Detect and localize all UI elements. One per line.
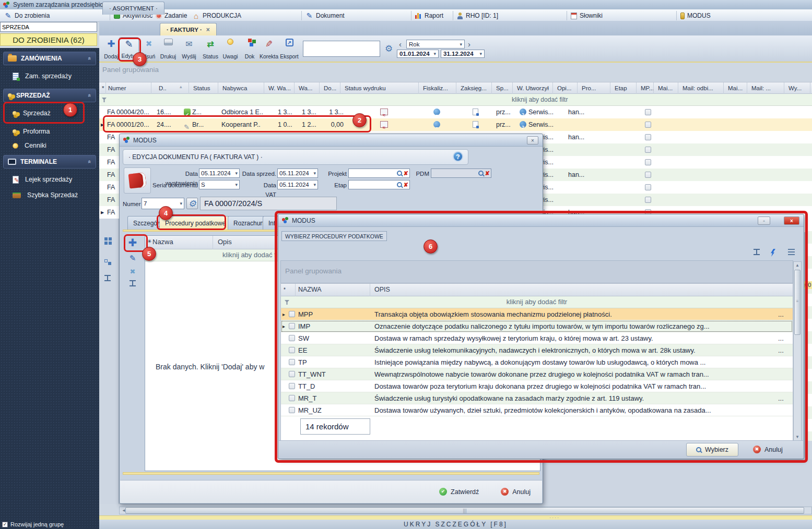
tab-asortyment[interactable]: · ASORTYMENT · xyxy=(102,2,164,15)
refresh-icon[interactable] xyxy=(770,249,775,257)
column-header[interactable]: Mail: odbi... xyxy=(681,82,724,94)
data-wystawienia-picker[interactable]: 05.11.2024▾ xyxy=(199,169,240,178)
mpp-checkbox[interactable] xyxy=(645,147,651,153)
data-vat-picker[interactable]: 05.11.2024▾ xyxy=(277,180,318,189)
procedure-checkbox[interactable] xyxy=(289,323,295,329)
sidebar-item-lejek-sprzedazy[interactable]: Lejek sprzedaży xyxy=(7,172,95,187)
number-settings-button[interactable] xyxy=(186,198,198,209)
sidebar-item-cenniki[interactable]: Cenniki xyxy=(7,138,95,153)
add-icon[interactable] xyxy=(128,236,137,249)
toolbar-button[interactable]: Dok xyxy=(240,37,260,61)
menu-item[interactable]: PRODUKCJA xyxy=(190,9,243,22)
column-header[interactable]: Pro... xyxy=(581,82,610,94)
column-header[interactable]: D.. xyxy=(158,82,189,94)
column-header[interactable]: OPIS xyxy=(374,286,390,293)
hide-details-button[interactable]: UKRYJ SZCZEGÓŁY [F8] xyxy=(404,521,508,528)
procedure-row[interactable]: EE Świadczenie usług telekomunikacyjnych… xyxy=(281,344,793,356)
column-header[interactable]: Do... xyxy=(323,82,340,94)
mpp-checkbox[interactable] xyxy=(645,122,651,128)
cancel-button[interactable]: Anuluj xyxy=(501,488,531,496)
procedure-row[interactable]: TT_WNT Wewnątrzwspólnotowe nabycie towar… xyxy=(281,368,793,380)
column-header[interactable]: Nazwa xyxy=(152,238,173,246)
toolbar-button[interactable]: Wyślij xyxy=(179,37,199,61)
expand-one-group-option[interactable]: ✓ Rozwijaj jedną grupę xyxy=(2,521,64,527)
column-header[interactable]: * xyxy=(101,82,106,94)
procedure-row[interactable]: MR_UZ Dostawa towarów używanych, dzieł s… xyxy=(281,404,793,416)
toolbar-button[interactable]: Drukuj xyxy=(158,37,178,61)
collapse-chevron-icon[interactable] xyxy=(87,57,93,60)
sidebar-search-input[interactable] xyxy=(0,22,97,32)
clear-icon[interactable] xyxy=(404,181,408,188)
column-header[interactable]: Opis xyxy=(218,238,232,246)
tab-close-icon[interactable]: × xyxy=(206,26,210,33)
procedure-checkbox[interactable] xyxy=(289,407,295,413)
procedure-checkbox[interactable] xyxy=(289,371,295,377)
scrollbar-thumb[interactable]: ≡ xyxy=(794,270,801,335)
gear-icon[interactable] xyxy=(385,43,393,54)
maximize-icon[interactable]: ▫ xyxy=(758,217,770,225)
help-icon[interactable] xyxy=(453,151,463,162)
collapse-chevron-icon[interactable] xyxy=(87,94,93,97)
column-header[interactable]: W. Utworzył xyxy=(516,82,553,94)
scroll-down-icon[interactable]: ▼ xyxy=(794,434,801,441)
column-header[interactable]: Opi... xyxy=(556,82,578,94)
column-header[interactable]: Status xyxy=(192,82,218,94)
search-icon[interactable] xyxy=(478,171,484,176)
menu-item[interactable]: MODUS xyxy=(678,9,713,22)
todo-banner[interactable]: DO ZROBIENIA (62) xyxy=(0,33,97,46)
column-header[interactable]: MP... xyxy=(640,82,654,94)
mpp-checkbox[interactable] xyxy=(645,134,651,140)
column-header[interactable]: Mai... xyxy=(657,82,678,94)
close-icon[interactable]: × xyxy=(784,217,799,225)
checkbox-checked-icon[interactable]: ✓ xyxy=(2,522,8,527)
row-height-icon[interactable] xyxy=(104,275,111,281)
sidebar-group-zamowienia[interactable]: ZAMÓWIENIA xyxy=(3,52,96,65)
sidebar-group-sprzedaz[interactable]: SPRZEDAŻ xyxy=(3,89,96,102)
toolbar-button[interactable]: Eksport xyxy=(279,37,299,61)
procedure-checkbox[interactable] xyxy=(289,359,295,365)
menu-item[interactable]: Słowniki xyxy=(569,9,605,22)
next-period-icon[interactable]: › xyxy=(468,40,470,49)
procedure-checkbox[interactable] xyxy=(289,395,295,401)
sidebar-item-sprzedaz[interactable]: Sprzedaż xyxy=(7,106,95,121)
procedure-row[interactable]: TP Istniejące powiązania między nabywcą,… xyxy=(281,356,793,368)
pdm-lookup-field[interactable] xyxy=(431,169,491,178)
dialog-titlebar[interactable]: MODUS xyxy=(278,214,804,227)
grid-filter-row[interactable]: kliknij aby dodać filtr xyxy=(99,94,812,106)
clear-icon[interactable] xyxy=(485,170,490,177)
procedure-row[interactable]: ▸ IMP Oznaczenie dotyczące podatku nalic… xyxy=(281,320,793,332)
mpp-checkbox[interactable] xyxy=(645,184,651,190)
list-settings-icon[interactable] xyxy=(788,249,795,255)
procedure-row[interactable]: ▸ MPP Transakcja objęta obowiązkiem stos… xyxy=(281,308,793,320)
search-icon[interactable] xyxy=(397,182,402,187)
column-header[interactable]: NAZWA xyxy=(298,286,322,293)
collapse-chevron-icon[interactable] xyxy=(87,160,93,163)
menu-item[interactable]: RHO [ID: 1] xyxy=(455,9,500,22)
toolbar-button[interactable]: Uwagi xyxy=(220,37,240,61)
mpp-checkbox[interactable] xyxy=(645,172,651,178)
column-header[interactable]: Status wydruku xyxy=(344,82,419,94)
column-header[interactable]: Numer xyxy=(107,82,151,94)
clear-icon[interactable] xyxy=(404,170,408,177)
toolbar-button[interactable]: Status xyxy=(201,37,220,61)
period-range-select[interactable]: Rok▾ xyxy=(406,40,465,49)
close-icon[interactable]: × xyxy=(527,136,538,145)
column-header[interactable]: Wa... xyxy=(298,82,320,94)
procedure-checkbox[interactable] xyxy=(289,311,295,317)
sidebar-item-proforma[interactable]: Proforma xyxy=(7,124,95,139)
edit-icon[interactable] xyxy=(130,254,136,263)
projekt-lookup-field[interactable] xyxy=(348,169,410,178)
sidebar-item-zam-sprzedazy[interactable]: Zam. sprzedaży xyxy=(7,69,95,83)
menu-item[interactable]: Dokument xyxy=(303,9,347,22)
column-header[interactable]: Nabywca xyxy=(221,82,264,94)
etap-lookup-field[interactable] xyxy=(348,180,410,189)
sidebar-item-szybka-sprzedaz[interactable]: Szybka Sprzedaż xyxy=(7,188,95,202)
tab-faktury[interactable]: · FAKTURY · × xyxy=(160,23,217,36)
toolbar-button[interactable]: Korekta xyxy=(259,37,279,61)
subgrid-filter-row[interactable]: kliknij aby dodać filtr xyxy=(280,296,793,308)
procedure-row[interactable]: TT_D Dostawa towarów poza terytorium kra… xyxy=(281,380,793,392)
procedure-row[interactable]: MR_T Świadczenie usług turystyki opodatk… xyxy=(281,392,793,404)
sidebar-group-terminale[interactable]: TERMINALE xyxy=(3,155,96,169)
mpp-checkbox[interactable] xyxy=(645,109,651,115)
scrollbar-thumb[interactable]: ||| xyxy=(125,507,804,514)
